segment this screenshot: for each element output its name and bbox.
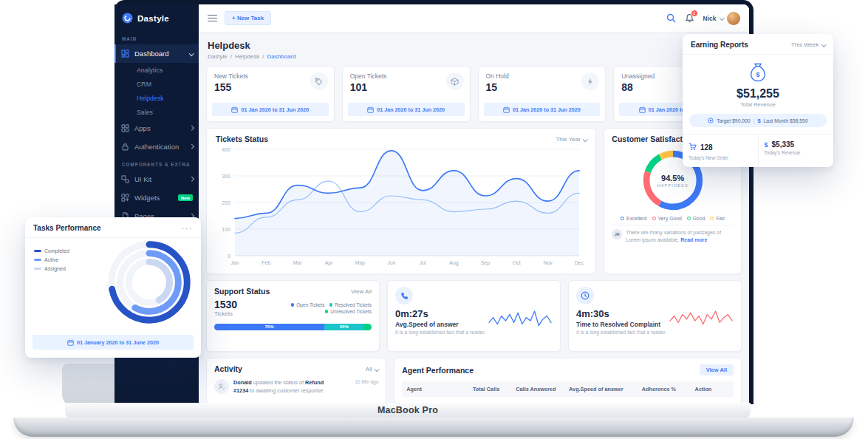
legend-item-excellent[interactable]: Excellent bbox=[621, 216, 647, 221]
agent-column-avg-speed-of-answer: Avg.Speed of answer bbox=[564, 381, 638, 397]
activity-item[interactable]: Donald updated the status of Refund #123… bbox=[214, 379, 378, 395]
date-range-button[interactable]: 01 Jan 2020 to 31 Jun 2020 bbox=[348, 103, 465, 116]
sidebar-item-ui-kit[interactable]: UI Kit bbox=[115, 170, 199, 188]
sidebar-item-crm[interactable]: CRM bbox=[115, 77, 199, 91]
calendar-icon bbox=[231, 106, 238, 113]
sidebar-item-label: Widgets bbox=[134, 194, 160, 202]
dashboard-icon bbox=[120, 50, 130, 58]
sidebar-item-label: UI Kit bbox=[134, 175, 151, 183]
legend-item-completed[interactable]: Completed bbox=[34, 248, 69, 253]
date-range-button[interactable]: 01 Jan 2020 to 31 Jun 2020 bbox=[484, 103, 601, 116]
sidebar-item-sales[interactable]: Sales bbox=[115, 105, 199, 119]
chevron-down-icon bbox=[583, 137, 587, 141]
agents-view-all-button[interactable]: View All bbox=[700, 364, 734, 375]
cart-icon bbox=[688, 140, 697, 154]
legend-dot bbox=[621, 217, 624, 220]
read-more-link[interactable]: Read more bbox=[680, 237, 707, 242]
stage: Dastyle MAIN Dashboard Analytics CRM Hel… bbox=[0, 0, 868, 439]
sidebar-item-label: CRM bbox=[137, 81, 151, 88]
date-range-text: 01 Jan 2020 to 31 Jun 2020 bbox=[513, 106, 581, 113]
legend-item-very-good[interactable]: Very Good bbox=[652, 216, 682, 221]
calendar-icon bbox=[639, 106, 646, 113]
stat-card-open-tickets: Open Tickets 101 01 Jan 2020 to 31 Jun 2… bbox=[342, 66, 471, 122]
laptop-base-label: MacBook Pro bbox=[65, 403, 751, 419]
legend-label: Active bbox=[44, 257, 58, 262]
legend-item-open[interactable]: Open Tickets bbox=[291, 302, 325, 307]
legend-item-good[interactable]: Good bbox=[687, 216, 705, 221]
legend-item-resolved[interactable]: Resolved Tickets bbox=[329, 302, 372, 307]
content-area: Helpdesk Dastyle / Helpdesk / Dashboard bbox=[199, 33, 749, 404]
legend-label: Good bbox=[693, 216, 705, 221]
avg-speed-sparkline bbox=[488, 307, 553, 334]
new-task-button[interactable]: + New Task bbox=[225, 11, 271, 25]
sidebar-item-apps[interactable]: Apps bbox=[115, 119, 199, 137]
x-tick-label: Feb bbox=[262, 260, 270, 265]
legend-label: Open Tickets bbox=[296, 302, 324, 307]
card-title: Earning Reports bbox=[691, 41, 748, 49]
activity-filter-dropdown[interactable]: All bbox=[366, 366, 378, 372]
x-tick-label: Dec bbox=[575, 260, 584, 265]
legend-item-fair[interactable]: Fair bbox=[710, 216, 725, 221]
legend-item-active[interactable]: Active bbox=[34, 257, 69, 262]
sidebar-item-helpdesk[interactable]: Helpdesk bbox=[115, 91, 199, 105]
ticket-total: 1530 Tickets bbox=[214, 299, 237, 317]
sidebar-item-label: Authentication bbox=[134, 143, 179, 151]
user-menu[interactable]: Nick bbox=[703, 12, 740, 25]
notifications-bell-icon[interactable]: 1 bbox=[685, 13, 694, 23]
avatar-initials: JR bbox=[612, 229, 622, 239]
breadcrumb-root[interactable]: Dastyle bbox=[208, 53, 228, 60]
target-text: Target $90,000 bbox=[717, 118, 750, 123]
earning-filter-dropdown[interactable]: This Week bbox=[791, 41, 825, 48]
tasks-date-range-button[interactable]: 01 January 2020 to 31 June 2020 bbox=[33, 335, 194, 350]
chevron-right-icon bbox=[189, 144, 194, 149]
legend-item-unresolved[interactable]: Unresolved Tickets bbox=[325, 309, 372, 314]
chevron-down-icon bbox=[821, 42, 826, 47]
filter-value: This Week bbox=[791, 41, 819, 48]
breadcrumb-mid[interactable]: Helpdesk bbox=[235, 53, 259, 60]
total-revenue-label: Total Revenue bbox=[683, 101, 833, 108]
phone-icon bbox=[395, 287, 413, 304]
topbar: + New Task 1 Nick bbox=[199, 4, 749, 33]
today-revenue-value: $5,335 bbox=[772, 140, 795, 149]
date-range-button[interactable]: 01 Jan 2020 to 31 Jun 2020 bbox=[212, 103, 329, 116]
card-title: Support Status bbox=[214, 287, 270, 296]
sidebar-item-label: Analytics bbox=[137, 67, 163, 74]
legend-item-assigned[interactable]: Assigned bbox=[34, 266, 69, 271]
sidebar-item-dashboard[interactable]: Dashboard bbox=[115, 44, 199, 63]
app-logo[interactable]: Dastyle bbox=[115, 4, 199, 30]
activity-actor: Donald bbox=[233, 379, 252, 386]
device-label: MacBook Pro bbox=[377, 405, 438, 415]
menu-toggle-icon[interactable] bbox=[208, 13, 217, 23]
activity-action: updated the status of bbox=[253, 379, 304, 386]
calendar-icon bbox=[367, 106, 374, 113]
calendar-icon bbox=[67, 339, 74, 346]
apps-icon bbox=[120, 124, 130, 132]
clock-icon bbox=[576, 287, 594, 304]
legend-swatch bbox=[34, 250, 41, 253]
x-tick-label: Oct bbox=[513, 260, 521, 265]
y-tick-label: 300 bbox=[222, 174, 230, 179]
page-title: Helpdesk bbox=[208, 40, 740, 51]
sidebar-heading-main: MAIN bbox=[122, 36, 191, 41]
more-options-icon[interactable]: ··· bbox=[182, 226, 194, 231]
x-tick-label: Jun bbox=[387, 260, 395, 265]
stat-cards-row: New Tickets 155 01 Jan 2020 to 31 Jun 20… bbox=[206, 66, 742, 122]
sidebar-item-authentication[interactable]: Authentication bbox=[115, 137, 199, 156]
box-icon bbox=[446, 72, 464, 90]
tasks-radial-chart bbox=[102, 235, 197, 333]
lock-icon bbox=[120, 143, 130, 151]
bar-segment-open-tickets: 70% bbox=[214, 324, 324, 330]
search-icon[interactable] bbox=[666, 13, 676, 23]
calendar-icon bbox=[503, 106, 510, 113]
sidebar-item-analytics[interactable]: Analytics bbox=[115, 63, 199, 77]
sparkline-svg bbox=[488, 307, 553, 331]
stat-value: 155 bbox=[214, 81, 327, 93]
tickets-filter-dropdown[interactable]: This Year bbox=[556, 136, 587, 143]
chevron-right-icon bbox=[189, 177, 194, 181]
legend-dot bbox=[329, 303, 333, 307]
card-title: Agent Performance bbox=[402, 366, 474, 375]
avatar[interactable] bbox=[727, 12, 740, 25]
sidebar-item-widgets[interactable]: Widgets New bbox=[115, 188, 199, 207]
support-status-card: Support Status View All 1530 Tickets Ope… bbox=[206, 280, 380, 352]
support-view-all-link[interactable]: View All bbox=[351, 288, 372, 295]
